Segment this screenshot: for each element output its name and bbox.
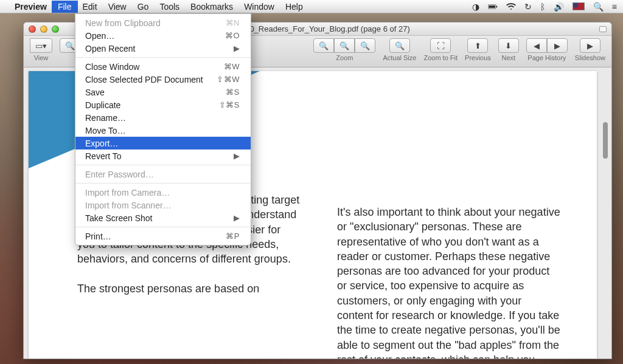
- slideshow-label: Slideshow: [575, 54, 605, 61]
- zoom-to-fit-button[interactable]: ⛶: [430, 38, 451, 53]
- file-menu-dropdown: New from Clipboard⌘NOpen…⌘OOpen Recent▶C…: [75, 13, 251, 246]
- menu-item-label: Rename…: [85, 113, 126, 123]
- menu-separator: [75, 57, 251, 58]
- file-menu-print[interactable]: Print…⌘P: [75, 230, 251, 242]
- power-icon[interactable]: ◑: [472, 2, 479, 12]
- menu-item-label: Take Screen Shot: [85, 213, 153, 223]
- menu-separator: [75, 183, 251, 184]
- menu-item-label: Open Recent: [85, 44, 136, 53]
- file-menu-move-to[interactable]: Move To…: [75, 124, 251, 137]
- wifi-icon[interactable]: [506, 2, 516, 11]
- menu-go[interactable]: Go: [137, 2, 149, 12]
- zoom-out-button[interactable]: 🔍: [313, 38, 334, 53]
- menu-edit[interactable]: Edit: [83, 2, 97, 12]
- menu-item-shortcut: ⌘W: [224, 62, 240, 71]
- menu-file[interactable]: File: [52, 1, 78, 13]
- close-window-button[interactable]: [29, 26, 36, 33]
- battery-icon[interactable]: [488, 2, 498, 11]
- menu-item-shortcut: ⇧⌘W: [217, 75, 240, 84]
- actual-size-button[interactable]: 🔍: [389, 38, 410, 53]
- system-menubar: Preview File Edit View Go Tools Bookmark…: [0, 0, 623, 13]
- submenu-arrow-icon: ▶: [234, 44, 240, 53]
- previous-page-button[interactable]: ⬆: [467, 38, 488, 53]
- file-menu-duplicate[interactable]: Duplicate⇧⌘S: [75, 98, 251, 111]
- file-menu-import-from-camera: Import from Camera…: [75, 186, 251, 199]
- zoom-window-button[interactable]: [52, 26, 59, 33]
- menu-item-label: Enter Password…: [85, 170, 154, 179]
- view-mode-button[interactable]: ▭▾: [30, 38, 52, 53]
- menu-item-label: Revert To: [85, 151, 122, 161]
- file-menu-open-recent[interactable]: Open Recent▶: [75, 42, 251, 55]
- menubar-status-area: ◑ ↻ ᛒ 🔊 🔍 ≡: [472, 2, 617, 12]
- menu-item-shortcut: ⌘O: [225, 31, 240, 40]
- file-menu-take-screen-shot[interactable]: Take Screen Shot▶: [75, 211, 251, 224]
- zoom-label: Zoom: [336, 54, 353, 61]
- window-title-pageinfo: (page 6 of 27): [361, 24, 410, 33]
- page-history-back-button[interactable]: ◀: [526, 38, 547, 53]
- file-menu-export[interactable]: Export…: [75, 137, 251, 149]
- page-history-label: Page History: [527, 54, 566, 61]
- menu-item-label: Move To…: [85, 126, 126, 136]
- page-history-fwd-button[interactable]: ▶: [547, 38, 568, 53]
- actual-size-label: Actual Size: [383, 54, 416, 61]
- file-menu-close-window[interactable]: Close Window⌘W: [75, 60, 251, 73]
- file-menu-open[interactable]: Open…⌘O: [75, 29, 251, 42]
- menu-item-shortcut: ⌘N: [226, 18, 240, 27]
- zoom-in-button[interactable]: 🔍: [355, 38, 375, 53]
- menu-item-shortcut: ⇧⌘S: [219, 100, 240, 109]
- menu-item-label: Close Window: [85, 62, 139, 72]
- zoom-reset-button[interactable]: 🔍: [334, 38, 355, 53]
- menu-item-label: Import from Scanner…: [85, 201, 172, 210]
- menu-separator: [75, 227, 251, 227]
- window-controls: [24, 26, 64, 33]
- menu-item-label: Duplicate: [85, 100, 120, 110]
- flag-us-icon[interactable]: [573, 2, 585, 10]
- timemachine-icon[interactable]: ↻: [524, 2, 532, 12]
- spotlight-icon[interactable]: 🔍: [593, 2, 604, 12]
- app-menu[interactable]: Preview: [15, 2, 47, 12]
- menu-item-label: Save: [85, 88, 105, 97]
- page-left-tail: The strongest personas are based on: [77, 283, 259, 295]
- submenu-arrow-icon: ▶: [234, 151, 240, 160]
- menu-window[interactable]: Window: [244, 2, 274, 12]
- file-menu-save[interactable]: Save⌘S: [75, 86, 251, 98]
- file-menu-new-from-clipboard: New from Clipboard⌘N: [75, 16, 251, 29]
- svg-rect-2: [496, 5, 497, 7]
- menu-view[interactable]: View: [108, 2, 127, 12]
- minimize-window-button[interactable]: [40, 26, 47, 33]
- previous-label: Previous: [465, 54, 491, 61]
- menu-item-shortcut: ⌘P: [226, 232, 240, 241]
- file-menu-close-selected-pdf-document[interactable]: Close Selected PDF Document⇧⌘W: [75, 73, 251, 86]
- menu-item-label: Open…: [85, 31, 114, 41]
- menu-item-label: New from Clipboard: [85, 18, 161, 28]
- menu-item-label: Import from Camera…: [85, 188, 170, 197]
- svg-rect-1: [489, 5, 495, 8]
- page-right-column: It's also important to think about your …: [337, 205, 560, 359]
- volume-icon[interactable]: 🔊: [554, 2, 564, 12]
- slideshow-button[interactable]: ▶: [580, 38, 600, 53]
- zoom-to-fit-label: Zoom to Fit: [423, 54, 458, 61]
- file-menu-revert-to[interactable]: Revert To▶: [75, 149, 251, 162]
- file-menu-enter-password: Enter Password…: [75, 168, 251, 180]
- page-right-text: It's also important to think about your …: [337, 206, 560, 359]
- menu-item-label: Close Selected PDF Document: [85, 75, 203, 84]
- view-label: View: [34, 54, 49, 61]
- menu-item-label: Print…: [85, 232, 111, 241]
- file-menu-rename[interactable]: Rename…: [75, 111, 251, 124]
- notification-center-icon[interactable]: ≡: [612, 2, 617, 12]
- file-menu-import-from-scanner: Import from Scanner…: [75, 199, 251, 211]
- menu-tools[interactable]: Tools: [159, 2, 179, 12]
- next-label: Next: [502, 54, 516, 61]
- fullscreen-button[interactable]: [599, 26, 607, 32]
- menu-separator: [75, 165, 251, 165]
- menu-bookmarks[interactable]: Bookmarks: [190, 2, 233, 12]
- vertical-scrollbar-thumb[interactable]: [603, 122, 608, 159]
- menu-help[interactable]: Help: [285, 2, 303, 12]
- menu-item-shortcut: ⌘S: [226, 88, 240, 97]
- submenu-arrow-icon: ▶: [234, 213, 240, 222]
- bluetooth-icon[interactable]: ᛒ: [540, 2, 545, 12]
- next-page-button[interactable]: ⬇: [498, 38, 519, 53]
- menu-item-label: Export…: [85, 139, 118, 148]
